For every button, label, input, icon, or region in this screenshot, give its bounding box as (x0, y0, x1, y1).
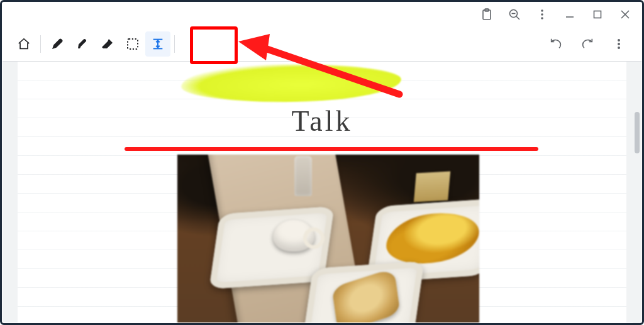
toolbar (3, 26, 641, 62)
zoom-out-icon[interactable] (507, 7, 522, 22)
svg-point-18 (618, 47, 620, 49)
svg-point-16 (618, 39, 620, 41)
vertical-scrollbar[interactable] (633, 62, 641, 323)
inserted-image[interactable] (177, 155, 479, 322)
eraser-button[interactable] (95, 31, 120, 57)
home-button[interactable] (11, 31, 36, 57)
minimize-icon[interactable] (562, 7, 577, 22)
toolbar-separator (40, 35, 41, 53)
svg-rect-9 (594, 11, 601, 18)
select-button[interactable] (120, 31, 145, 57)
system-bar (479, 4, 633, 25)
svg-point-6 (541, 13, 543, 16)
yellow-highlight-stroke (181, 62, 402, 104)
svg-point-7 (541, 17, 543, 19)
highlighter-button[interactable] (70, 31, 95, 57)
svg-point-17 (618, 43, 620, 45)
insert-space-button[interactable] (145, 31, 170, 57)
scrollbar-thumb[interactable] (635, 112, 640, 153)
undo-button[interactable] (543, 31, 569, 57)
toolbar-separator (174, 35, 175, 53)
pen-button[interactable] (45, 31, 70, 57)
red-ink-line (125, 147, 538, 151)
canvas-area[interactable]: Talk (3, 62, 641, 322)
page: Talk (18, 62, 626, 322)
overflow-menu-icon[interactable] (535, 7, 550, 22)
more-options-button[interactable] (606, 31, 631, 57)
close-icon[interactable] (618, 7, 633, 22)
clipboard-icon[interactable] (479, 7, 494, 22)
svg-point-5 (541, 9, 543, 12)
svg-rect-12 (128, 39, 138, 49)
svg-line-3 (516, 16, 519, 19)
handwritten-text: Talk (18, 104, 626, 138)
redo-button[interactable] (575, 31, 600, 57)
maximize-icon[interactable] (590, 7, 605, 22)
